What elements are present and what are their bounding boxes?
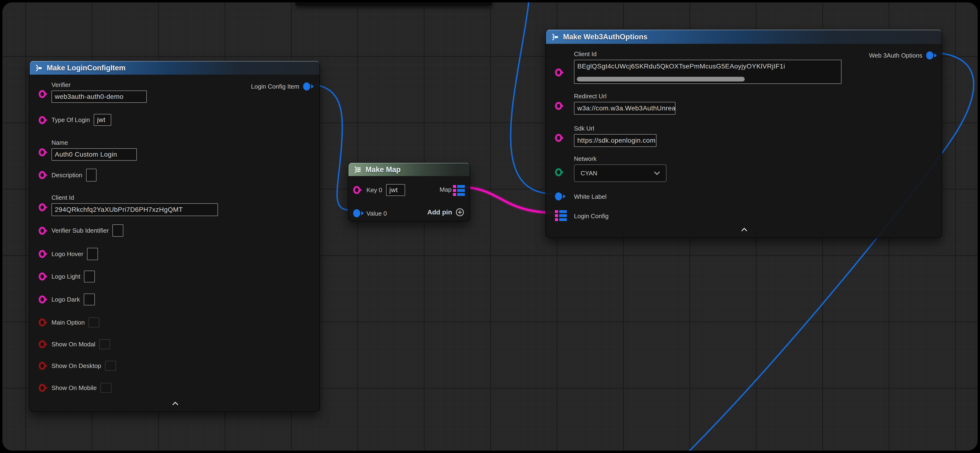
show-on-modal-checkbox[interactable] — [99, 339, 110, 349]
wire-map-to-loginconfig[interactable] — [463, 187, 555, 213]
node-header-make-map[interactable]: Make Map — [348, 163, 469, 176]
input-pin-description[interactable] — [39, 171, 46, 179]
pin-label: Login Config Item — [251, 83, 299, 90]
row-logo-hover: Logo Hover — [51, 248, 98, 260]
input-pin-verifier[interactable] — [39, 90, 46, 98]
pin-label: Web 3Auth Options — [869, 52, 923, 59]
input-pin-client-id[interactable] — [555, 68, 562, 76]
pin-label: Show On Mobile — [51, 384, 97, 392]
row-show-on-mobile: Show On Mobile — [51, 383, 111, 393]
row-show-on-desktop: Show On Desktop — [51, 361, 116, 371]
pin-label: Logo Hover — [51, 250, 83, 258]
input-pin-verifier-sub-identifier[interactable] — [39, 227, 46, 235]
add-pin-label: Add pin — [427, 209, 452, 216]
sdk-url-input[interactable]: https://sdk.openlogin.com — [574, 134, 657, 147]
network-dropdown[interactable]: CYAN — [574, 165, 667, 182]
input-pin-key0[interactable] — [353, 186, 360, 194]
input-pin-sdk-url[interactable] — [555, 134, 562, 142]
input-pin-logo-hover[interactable] — [39, 250, 46, 258]
add-pin-plus-icon — [455, 208, 465, 217]
show-on-desktop-checkbox[interactable] — [105, 361, 116, 371]
type-of-login-input[interactable]: jwt — [94, 114, 111, 126]
row-main-option: Main Option — [51, 317, 99, 328]
output-pin-web3auth-options[interactable] — [926, 51, 933, 59]
pin-label: Map — [439, 186, 452, 193]
pin-label: Logo Dark — [51, 296, 80, 303]
node-title: Make Web3AuthOptions — [563, 33, 648, 41]
field-client-id: Client Id 294QRkchfq2YaXUbPri7D6PH7xzHgQ… — [51, 194, 218, 216]
logo-hover-input[interactable] — [87, 248, 98, 260]
verifier-value: web3auth-auth0-demo — [55, 93, 124, 100]
pin-label: White Label — [574, 193, 606, 200]
input-pin-client-id[interactable] — [39, 203, 46, 211]
client-id-value: 294QRkchfq2YaXUbPri7D6PH7xzHgQMT — [55, 206, 183, 214]
key0-input[interactable]: jwt — [386, 184, 405, 196]
node-make-map[interactable]: Make Map Key 0 jwt Map Value 0 Add pin — [348, 162, 470, 222]
redirect-url-value: w3a://com.w3a.Web3AuthUnreal — [577, 105, 676, 112]
show-on-mobile-checkbox[interactable] — [100, 383, 111, 393]
collapse-node-chevron-icon[interactable] — [741, 228, 747, 231]
offscreen-node-bottom-edge[interactable] — [295, 2, 492, 6]
client-id-scrollbar[interactable] — [577, 77, 745, 81]
row-verifier-sub-identifier: Verifier Sub Identifier — [51, 224, 123, 237]
chevron-down-icon — [654, 171, 660, 175]
input-pin-logo-dark[interactable] — [39, 295, 46, 304]
pin-label: Show On Desktop — [51, 362, 101, 370]
verifier-sub-identifier-input[interactable] — [113, 224, 123, 237]
description-input[interactable] — [86, 169, 97, 182]
pin-label: Value 0 — [366, 210, 387, 217]
logo-dark-input[interactable] — [84, 293, 95, 306]
pin-label: Login Config — [574, 212, 609, 220]
pin-label: Verifier — [51, 81, 147, 89]
row-logo-light: Logo Light — [51, 271, 95, 282]
redirect-url-input[interactable]: w3a://com.w3a.Web3AuthUnreal — [574, 102, 676, 115]
field-redirect-url: Redirect Url w3a://com.w3a.Web3AuthUnrea… — [574, 93, 676, 115]
verifier-input[interactable]: web3auth-auth0-demo — [51, 90, 147, 103]
input-pin-network[interactable] — [555, 168, 562, 176]
pin-label: Verifier Sub Identifier — [51, 227, 109, 234]
output-pin-map[interactable] — [453, 185, 465, 196]
input-pin-logo-light[interactable] — [39, 272, 46, 280]
input-pin-login-config[interactable] — [555, 210, 567, 221]
pin-label: Show On Modal — [51, 341, 95, 348]
row-show-on-modal: Show On Modal — [51, 339, 110, 349]
output-row-web3auth-options: Web 3Auth Options — [869, 51, 933, 59]
pin-label: Sdk Url — [574, 125, 657, 132]
main-option-checkbox[interactable] — [89, 317, 99, 328]
pin-label: Client Id — [574, 51, 842, 58]
blueprint-graph-canvas[interactable]: Make LoginConfigItem Login Config Item V… — [2, 2, 978, 451]
node-header-make-web3authoptions[interactable]: Make Web3AuthOptions — [546, 30, 942, 44]
field-network: Network CYAN — [574, 155, 667, 182]
pin-label: Key 0 — [366, 187, 382, 194]
row-description: Description — [51, 169, 97, 182]
pin-label: Description — [51, 171, 82, 179]
field-sdk-url: Sdk Url https://sdk.openlogin.com — [574, 125, 657, 147]
collapse-node-chevron-icon[interactable] — [172, 402, 178, 405]
input-pin-redirect-url[interactable] — [555, 102, 562, 110]
row-logo-dark: Logo Dark — [51, 293, 95, 306]
pin-label: Network — [574, 155, 667, 163]
client-id-input[interactable]: 294QRkchfq2YaXUbPri7D6PH7xzHgQMT — [51, 203, 218, 216]
name-input[interactable]: Auth0 Custom Login — [51, 148, 137, 161]
wire-map-to-loginconfig-glow — [463, 187, 555, 213]
input-pin-white-label[interactable] — [555, 192, 562, 200]
output-pin-login-config-item[interactable] — [303, 82, 310, 90]
add-pin-button[interactable]: Add pin — [427, 208, 465, 217]
input-pin-show-on-modal[interactable] — [39, 340, 46, 348]
node-title: Make Map — [366, 165, 401, 174]
node-make-loginconfigitem[interactable]: Make LoginConfigItem Login Config Item V… — [29, 60, 320, 412]
logo-light-input[interactable] — [84, 271, 95, 282]
node-make-web3authoptions[interactable]: Make Web3AuthOptions Web 3Auth Options C… — [546, 29, 942, 238]
input-pin-main-option[interactable] — [39, 318, 46, 326]
input-pin-type-of-login[interactable] — [39, 116, 46, 124]
input-pin-show-on-desktop[interactable] — [39, 362, 46, 370]
input-pin-value0[interactable] — [353, 209, 360, 217]
node-header-make-loginconfigitem[interactable]: Make LoginConfigItem — [30, 61, 320, 74]
row-key0: Key 0 jwt — [366, 184, 405, 196]
client-id-input[interactable]: BEglQSgt4cUWcj6SKRdu5QkOXTsePmMcusG5EAoy… — [574, 60, 842, 84]
pin-label: Type Of Login — [51, 116, 90, 124]
input-pin-name[interactable] — [39, 148, 46, 156]
input-pin-show-on-mobile[interactable] — [39, 384, 46, 392]
make-map-icon — [353, 166, 362, 173]
client-id-value: BEglQSgt4cUWcj6SKRdu5QkOXTsePmMcusG5EAoy… — [577, 63, 785, 70]
